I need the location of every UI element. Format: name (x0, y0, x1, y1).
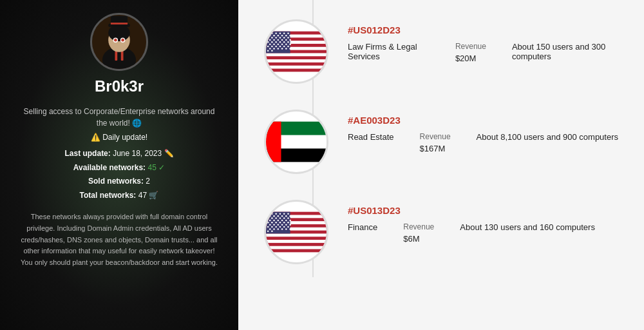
svg-rect-12 (111, 23, 128, 24)
svg-point-104 (281, 220, 283, 222)
svg-point-5 (108, 24, 130, 41)
svg-point-36 (279, 37, 281, 39)
total-networks: Total networks: 47 🛒 (64, 189, 173, 203)
svg-point-117 (285, 224, 287, 226)
svg-rect-79 (266, 233, 327, 237)
svg-point-49 (283, 41, 285, 43)
svg-point-70 (271, 50, 273, 52)
svg-point-35 (275, 37, 277, 39)
svg-point-110 (279, 222, 281, 224)
svg-point-113 (269, 224, 271, 226)
listing-info: #US012D23 Law Firms & Legal Services Rev… (348, 19, 618, 63)
industry-col: Finance (348, 222, 377, 244)
svg-rect-20 (266, 32, 290, 53)
svg-point-87 (283, 213, 285, 215)
revenue-label: Revenue (420, 132, 451, 141)
right-panel: #US012D23 Law Firms & Legal Services Rev… (238, 0, 644, 330)
svg-point-64 (273, 48, 275, 50)
flag-circle (264, 19, 328, 84)
svg-point-111 (283, 222, 285, 224)
svg-point-68 (289, 48, 291, 50)
flag-circle (264, 110, 328, 174)
svg-point-128 (281, 228, 283, 230)
left-panel: Br0k3r Selling access to Corporate/Enter… (0, 0, 238, 330)
svg-point-47 (275, 41, 277, 43)
svg-point-131 (267, 230, 269, 232)
svg-point-83 (267, 213, 269, 215)
industry-col: Law Firms & Legal Services (348, 42, 430, 63)
svg-point-95 (267, 217, 269, 219)
svg-rect-18 (266, 59, 327, 63)
tagline: Selling access to Corporate/Enterprise n… (19, 106, 219, 129)
svg-point-21 (267, 33, 269, 35)
svg-point-84 (271, 213, 273, 215)
revenue-value: $6M (403, 234, 434, 244)
svg-point-118 (289, 224, 291, 226)
listing-details: Law Firms & Legal Services Revenue $20M … (348, 42, 618, 63)
svg-point-37 (283, 37, 285, 39)
svg-point-90 (273, 215, 275, 217)
svg-point-109 (275, 222, 277, 224)
industry-value: Finance (348, 222, 377, 232)
svg-point-132 (271, 230, 273, 232)
listing-item: #US012D23 Law Firms & Legal Services Rev… (264, 6, 618, 97)
svg-point-92 (281, 215, 283, 217)
svg-rect-17 (266, 53, 327, 56)
svg-point-89 (269, 215, 271, 217)
svg-point-119 (267, 226, 269, 228)
svg-point-108 (271, 222, 273, 224)
svg-point-29 (278, 35, 279, 37)
svg-point-129 (285, 228, 287, 230)
sold-networks: Sold networks: 2 (64, 175, 173, 189)
svg-point-54 (281, 43, 283, 45)
svg-point-99 (283, 217, 285, 219)
svg-point-116 (281, 224, 283, 226)
svg-point-123 (283, 226, 285, 228)
svg-point-124 (287, 226, 289, 228)
avatar (90, 13, 148, 71)
svg-point-106 (289, 220, 291, 222)
listing-info: #AE003D23 Read Estate Revenue $167M Abou… (348, 110, 618, 153)
industry-value: Read Estate (348, 132, 394, 142)
svg-point-38 (287, 37, 289, 39)
available-networks: Available networks: 45 ✓ (64, 161, 173, 175)
revenue-label: Revenue (403, 222, 434, 231)
last-update: Last update: June 18, 2023 ✏️ (64, 147, 173, 161)
svg-point-59 (275, 46, 277, 48)
username: Br0k3r (95, 77, 144, 95)
timeline: #US012D23 Law Firms & Legal Services Rev… (264, 0, 618, 277)
svg-point-41 (278, 39, 279, 41)
industry-col: Read Estate (348, 132, 394, 153)
svg-point-22 (271, 33, 273, 35)
svg-point-48 (279, 41, 281, 43)
svg-point-26 (287, 33, 289, 35)
svg-point-58 (271, 46, 273, 48)
users-value: About 150 users and 300 computers (512, 42, 618, 61)
svg-point-25 (283, 33, 285, 35)
svg-point-66 (281, 48, 283, 50)
industry-value: Law Firms & Legal Services (348, 42, 430, 61)
svg-point-51 (269, 43, 271, 45)
svg-point-65 (278, 48, 279, 50)
svg-point-27 (269, 35, 271, 37)
listing-info: #US013D23 Finance Revenue $6M About 130 … (348, 200, 618, 244)
svg-point-91 (278, 215, 279, 217)
svg-point-8 (114, 39, 117, 42)
svg-point-101 (269, 220, 271, 222)
daily-update: ⚠️ Daily update! (91, 133, 147, 142)
listing-item: #AE003D23 Read Estate Revenue $167M Abou… (264, 97, 618, 187)
svg-point-114 (273, 224, 275, 226)
svg-point-97 (275, 217, 277, 219)
listing-id: #AE003D23 (348, 115, 618, 126)
svg-point-39 (269, 39, 271, 41)
svg-point-130 (289, 228, 291, 230)
revenue-col: Revenue $167M (420, 132, 451, 153)
svg-point-52 (273, 43, 275, 45)
svg-point-100 (287, 217, 289, 219)
svg-point-60 (279, 46, 281, 48)
svg-point-56 (289, 43, 291, 45)
listing-container: #US012D23 Law Firms & Legal Services Rev… (264, 6, 618, 277)
svg-point-115 (278, 224, 279, 226)
users-col: About 8,100 users and 900 computers (477, 132, 618, 153)
svg-point-57 (267, 46, 269, 48)
